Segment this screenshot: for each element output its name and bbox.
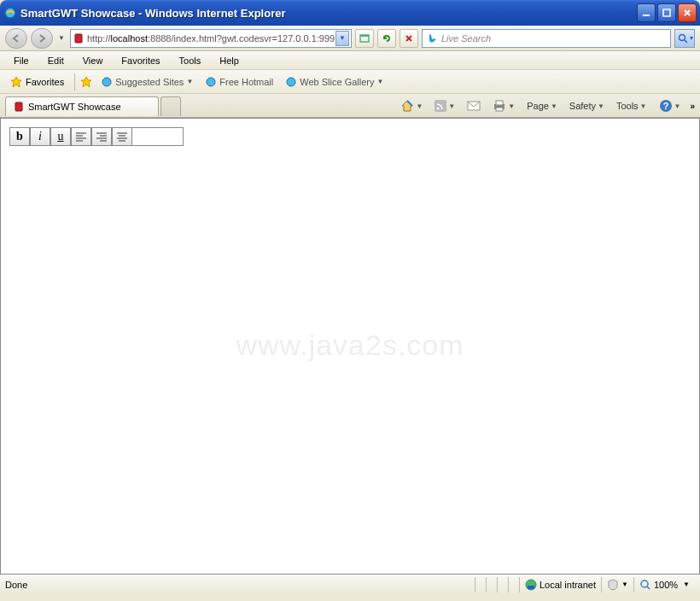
editor-toolbar: b i u — [9, 127, 184, 146]
menu-tools[interactable]: Tools — [171, 53, 210, 68]
svg-rect-5 — [360, 35, 369, 37]
search-placeholder: Live Search — [441, 33, 491, 44]
ie-page-icon — [205, 76, 217, 88]
svg-point-8 — [207, 78, 215, 86]
mail-icon — [467, 101, 481, 111]
command-bar: ▼ ▼ ▼ Page▼ Safety▼ Tools▼ ? ▼ » — [398, 96, 695, 116]
star-icon — [10, 76, 22, 88]
svg-point-7 — [102, 78, 111, 86]
nav-history-dropdown[interactable]: ▼ — [56, 28, 67, 49]
ie-icon — [3, 6, 17, 20]
align-right-button[interactable] — [91, 127, 112, 146]
home-button[interactable]: ▼ — [398, 97, 425, 114]
menu-view[interactable]: View — [74, 53, 112, 68]
print-button[interactable]: ▼ — [490, 98, 517, 114]
rss-icon — [435, 100, 446, 112]
menu-bar: File Edit View Favorites Tools Help — [0, 51, 700, 70]
status-pane — [475, 577, 486, 592]
home-icon — [400, 99, 414, 113]
menu-favorites[interactable]: Favorites — [113, 53, 168, 68]
tab-title: SmartGWT Showcase — [28, 102, 121, 112]
add-favorite-icon[interactable] — [80, 76, 92, 88]
new-tab-button[interactable] — [160, 96, 181, 116]
svg-point-9 — [287, 78, 295, 86]
shield-icon — [607, 579, 619, 591]
navigation-bar: ▼ http://localhost:8888/index.html?gwt.c… — [0, 26, 700, 51]
menu-edit[interactable]: Edit — [39, 53, 73, 68]
svg-point-21 — [641, 581, 648, 587]
maximize-button[interactable] — [657, 3, 676, 22]
status-pane — [497, 577, 508, 592]
protected-mode[interactable]: ▼ — [601, 577, 633, 592]
refresh-button[interactable] — [377, 29, 396, 48]
search-bar[interactable]: Live Search — [422, 29, 671, 48]
gwt-favicon — [13, 101, 25, 113]
status-pane — [486, 577, 497, 592]
ie-page-icon — [101, 76, 113, 88]
help-icon: ? — [659, 99, 673, 113]
tools-menu[interactable]: Tools▼ — [614, 99, 650, 113]
page-menu[interactable]: Page▼ — [524, 99, 560, 113]
underline-button[interactable]: u — [50, 127, 71, 146]
url-text: http://localhost:8888/index.html?gwt.cod… — [87, 33, 335, 44]
svg-text:?: ? — [662, 101, 668, 111]
favorites-button[interactable]: Favorites — [5, 73, 69, 90]
bing-icon — [426, 32, 438, 44]
svg-rect-3 — [75, 34, 82, 43]
chevron-more[interactable]: » — [690, 102, 695, 111]
ie-page-icon — [285, 76, 297, 88]
status-pane — [508, 577, 519, 592]
svg-rect-1 — [643, 15, 650, 16]
suggested-sites-link[interactable]: Suggested Sites ▼ — [97, 74, 196, 90]
stop-button[interactable] — [400, 29, 418, 48]
minimize-button[interactable] — [637, 3, 656, 22]
svg-rect-15 — [496, 101, 503, 105]
watermark: www.java2s.com — [236, 328, 464, 361]
tab-active[interactable]: SmartGWT Showcase — [5, 96, 159, 116]
status-text: Done — [5, 580, 27, 590]
svg-rect-16 — [496, 108, 503, 111]
window-title: SmartGWT Showcase - Windows Internet Exp… — [20, 7, 637, 20]
compat-view-button[interactable] — [355, 29, 374, 48]
tab-bar: SmartGWT Showcase ▼ ▼ ▼ Page▼ Safety▼ To… — [0, 94, 700, 118]
status-bar: Done Local intranet ▼ 100% ▼ — [0, 575, 700, 593]
zoom-control[interactable]: 100% ▼ — [633, 577, 695, 592]
forward-button[interactable] — [31, 28, 53, 49]
gwt-favicon — [73, 32, 85, 44]
address-dropdown[interactable]: ▼ — [335, 31, 349, 46]
print-icon — [493, 100, 506, 112]
separator — [74, 73, 75, 90]
titlebar: SmartGWT Showcase - Windows Internet Exp… — [0, 0, 700, 26]
bold-button[interactable]: b — [9, 127, 30, 146]
read-mail-button[interactable] — [464, 99, 483, 113]
free-hotmail-link[interactable]: Free Hotmail — [201, 74, 277, 90]
menu-help[interactable]: Help — [211, 53, 248, 68]
safety-menu[interactable]: Safety▼ — [567, 99, 607, 113]
back-button[interactable] — [5, 28, 27, 49]
close-button[interactable] — [678, 3, 697, 22]
toolbar-input[interactable] — [132, 127, 184, 146]
search-button[interactable]: ▾ — [674, 29, 695, 48]
svg-rect-2 — [663, 9, 670, 16]
menu-file[interactable]: File — [5, 53, 38, 68]
svg-rect-10 — [15, 102, 22, 111]
italic-button[interactable]: i — [30, 127, 50, 146]
zone-icon — [525, 579, 537, 591]
svg-point-6 — [679, 34, 685, 40]
content-area: b i u www.java2s.com — [0, 118, 700, 575]
web-slice-link[interactable]: Web Slice Gallery ▼ — [282, 74, 387, 90]
feeds-button[interactable]: ▼ — [432, 98, 458, 114]
svg-rect-20 — [528, 586, 534, 589]
svg-point-12 — [437, 108, 440, 110]
favorites-bar: Favorites Suggested Sites ▼ Free Hotmail… — [0, 70, 700, 94]
align-left-button[interactable] — [71, 127, 91, 146]
security-zone[interactable]: Local intranet — [519, 577, 601, 592]
align-center-button[interactable] — [112, 127, 132, 146]
address-bar[interactable]: http://localhost:8888/index.html?gwt.cod… — [70, 29, 352, 48]
zoom-icon — [639, 579, 651, 591]
svg-point-0 — [5, 8, 15, 18]
help-button[interactable]: ? ▼ — [656, 97, 684, 114]
